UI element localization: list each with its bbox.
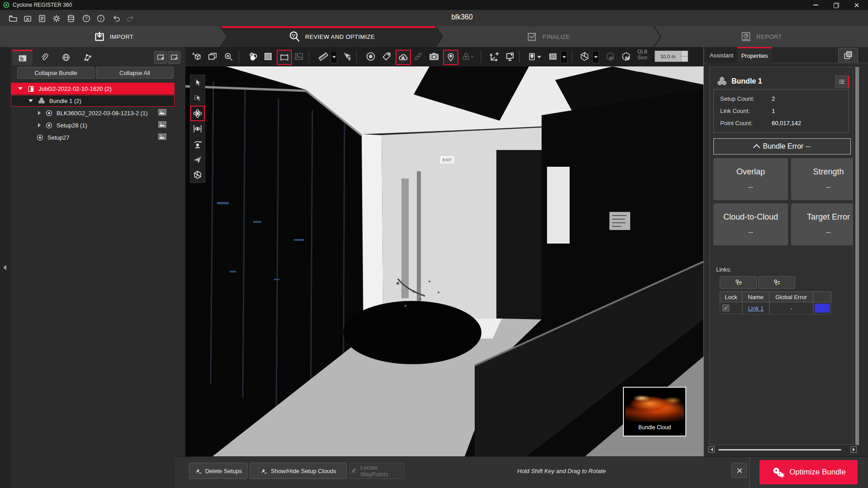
multi-select-tool-button[interactable] xyxy=(190,90,205,106)
column-header-color[interactable] xyxy=(813,291,831,302)
solid-color-button[interactable] xyxy=(261,50,275,63)
limit-box-dropdown[interactable] xyxy=(592,51,599,63)
reports-button[interactable] xyxy=(35,12,49,25)
show-setups-button[interactable] xyxy=(364,50,377,63)
panel-vertical-scrollbar[interactable] xyxy=(855,67,859,445)
link-name-cell[interactable]: Link 1 xyxy=(742,302,769,314)
tree-row-job[interactable]: JobG2-2022-02-10-1620 (2) xyxy=(11,83,175,94)
close-button[interactable] xyxy=(849,0,863,10)
unlock-links-button[interactable] xyxy=(758,276,795,289)
tree-row-bundle[interactable]: Bundle 1 (2) xyxy=(11,95,175,107)
selection-tool-button[interactable] xyxy=(546,50,560,63)
column-header-lock[interactable]: Lock xyxy=(720,291,742,302)
collapse-bundle-button[interactable]: Collapse Bundle xyxy=(17,67,94,79)
show-links-button[interactable] xyxy=(411,50,425,63)
delete-setups-button[interactable]: Delete Setups xyxy=(189,463,247,479)
lock-links-button[interactable] xyxy=(720,276,757,289)
link-1-link[interactable]: Link 1 xyxy=(748,305,764,312)
redo-button[interactable] xyxy=(124,12,137,25)
tree-row-setup-group[interactable]: BLK360G2_2022-03-08-1213-2 (1) xyxy=(11,107,175,119)
dismiss-hint-button[interactable] xyxy=(731,463,747,478)
setup-image-icon[interactable] xyxy=(158,133,166,140)
panel-collapse-button[interactable] xyxy=(838,48,858,62)
scrollbar-thumb[interactable] xyxy=(855,67,859,445)
scroll-right-button[interactable] xyxy=(850,446,857,453)
show-images-button[interactable] xyxy=(427,50,441,63)
show-clouds-button[interactable] xyxy=(396,50,411,65)
tab-properties[interactable]: Properties xyxy=(737,47,772,63)
sidebar-tab-project-tree[interactable] xyxy=(12,50,33,65)
about-button[interactable]: i xyxy=(94,12,108,25)
tree-row-setup28[interactable]: Setup28 (1) xyxy=(11,119,175,131)
remove-from-bundle-button[interactable] xyxy=(168,51,180,64)
show-hide-setup-clouds-button[interactable]: Show/Hide Setup Clouds xyxy=(250,463,347,479)
tab-import[interactable]: IMPORT xyxy=(0,26,227,47)
tab-review-and-optimize[interactable]: REVIEW AND OPTIMIZE xyxy=(221,26,442,47)
sidebar-tab-sitemap[interactable] xyxy=(77,50,98,65)
qlb-size-stepper[interactable]: 10.0 m xyxy=(655,51,688,62)
setup-image-icon[interactable] xyxy=(158,121,166,128)
annotation-map-button[interactable] xyxy=(526,50,544,63)
setup-image-icon[interactable] xyxy=(158,109,166,116)
link-lock-cell[interactable] xyxy=(720,302,742,314)
lock-checkbox[interactable] xyxy=(722,305,729,311)
link-color-swatch[interactable] xyxy=(815,304,830,313)
expand-arrow-icon[interactable] xyxy=(38,123,41,127)
column-header-global-error[interactable]: Global Error xyxy=(769,291,813,302)
link-color-cell[interactable] xyxy=(813,302,831,314)
measure-button[interactable] xyxy=(316,50,330,63)
fly-tool-button[interactable] xyxy=(190,152,205,167)
settings-button[interactable] xyxy=(50,12,63,25)
extract-setup-button[interactable] xyxy=(190,50,203,63)
panorama-view-button[interactable] xyxy=(277,50,292,65)
show-waypoints-button[interactable] xyxy=(443,50,458,65)
add-coordinates-button[interactable] xyxy=(487,50,501,63)
locate-waypoints-button[interactable]: Locate WayPoints xyxy=(349,463,404,479)
expand-caret-icon[interactable] xyxy=(18,87,23,90)
look-around-tool-button[interactable] xyxy=(190,136,205,152)
help-button[interactable]: ? xyxy=(80,12,93,25)
constrained-orbit-tool-button[interactable] xyxy=(190,121,205,136)
optimize-bundle-button[interactable]: Optimize Bundle xyxy=(760,460,858,484)
color-mode-button[interactable] xyxy=(246,50,260,63)
bundle-view-dropdown-button[interactable] xyxy=(459,50,477,63)
limit-box-button[interactable] xyxy=(578,50,591,63)
tab-assistant[interactable]: Assistant xyxy=(706,47,737,63)
limit-box-visibility-button[interactable] xyxy=(604,50,617,63)
sidebar-tab-attachments[interactable] xyxy=(34,50,54,65)
orbit-tool-button[interactable] xyxy=(190,106,205,121)
tab-finalize[interactable]: FINALIZE xyxy=(436,26,660,47)
expand-caret-icon[interactable] xyxy=(28,99,33,102)
select-tool-button[interactable] xyxy=(190,75,205,90)
image-view-button[interactable] xyxy=(292,50,306,63)
sidebar-collapse-handle[interactable] xyxy=(3,265,6,270)
column-header-name[interactable]: Name xyxy=(742,291,769,302)
stepper-buttons[interactable] xyxy=(681,51,688,61)
point-info-button[interactable] xyxy=(340,50,354,63)
zoom-region-button[interactable] xyxy=(222,50,235,63)
close-project-button[interactable] xyxy=(21,12,34,25)
scroll-left-button[interactable] xyxy=(708,446,715,453)
scrollbar-thumb[interactable] xyxy=(718,449,841,450)
bundle-error-header-button[interactable]: Bundle Error -- xyxy=(713,138,851,155)
tree-row-setup27[interactable]: Setup27 xyxy=(11,131,175,143)
undo-button[interactable] xyxy=(109,12,123,25)
image-plane-button[interactable] xyxy=(503,50,517,63)
panel-horizontal-scrollbar[interactable] xyxy=(708,446,860,453)
storage-button[interactable] xyxy=(64,12,78,25)
show-labels-button[interactable] xyxy=(380,50,393,63)
duplicate-view-button[interactable] xyxy=(206,50,219,63)
selection-tool-dropdown[interactable] xyxy=(561,51,567,63)
measure-dropdown[interactable] xyxy=(330,51,337,63)
tab-report[interactable]: REPORT xyxy=(654,26,868,47)
limit-box-manager-button[interactable]: M xyxy=(619,50,633,63)
maximize-button[interactable] xyxy=(829,0,843,10)
add-to-bundle-button[interactable] xyxy=(154,51,167,64)
bundle-cloud-thumbnail[interactable]: Bundle Cloud xyxy=(623,387,686,436)
bundle-list-button[interactable] xyxy=(835,75,849,88)
sidebar-tab-geotags[interactable] xyxy=(56,50,76,65)
collapse-all-button[interactable]: Collapse All xyxy=(96,67,174,79)
view-cube-tool-button[interactable] xyxy=(190,167,205,183)
open-project-button[interactable] xyxy=(6,12,20,25)
minimize-button[interactable] xyxy=(809,0,822,10)
